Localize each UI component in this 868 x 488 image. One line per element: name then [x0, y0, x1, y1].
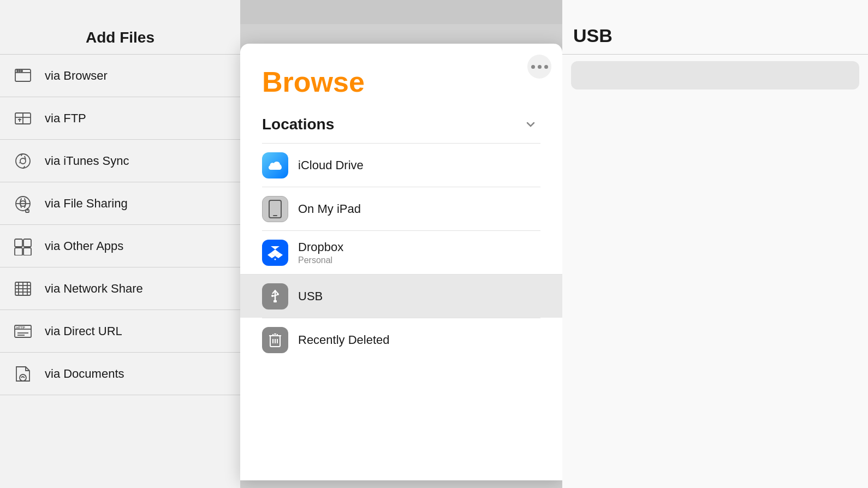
icloud-icon	[262, 152, 288, 178]
locations-chevron-button[interactable]	[521, 115, 540, 134]
browse-more-button[interactable]	[527, 55, 551, 79]
menu-item-itunes-label: via iTunes Sync	[45, 154, 129, 168]
documents-icon	[11, 362, 35, 386]
menu-item-otherapps-label: via Other Apps	[45, 239, 123, 253]
itunes-icon: ♩	[11, 149, 35, 173]
browse-modal-content: Browse Locations iCloud Drive	[240, 44, 562, 480]
menu-item-networkshare-label: via Network Share	[45, 282, 143, 296]
browser-icon	[11, 64, 35, 88]
right-panel-title: USB	[573, 25, 613, 46]
svg-point-41	[275, 258, 276, 260]
right-panel-header: USB	[562, 0, 868, 55]
svg-point-2	[17, 70, 18, 71]
svg-text:♩: ♩	[19, 158, 21, 164]
menu-item-filesharing[interactable]: via File Sharing	[0, 182, 240, 225]
menu-item-networkshare[interactable]: via Network Share	[0, 267, 240, 310]
usb-icon	[262, 283, 288, 310]
dropbox-sub: Personal	[298, 255, 540, 265]
menu-item-directurl-label: via Direct URL	[45, 324, 122, 338]
svg-point-10	[16, 154, 30, 168]
menu-item-itunes[interactable]: ♩ via iTunes Sync	[0, 140, 240, 182]
deleted-icon	[262, 327, 288, 353]
svg-point-46	[277, 293, 279, 295]
add-files-title: Add Files	[11, 29, 229, 46]
ipad-name: On My iPad	[298, 202, 540, 216]
location-item-icloud[interactable]: iCloud Drive	[262, 143, 540, 187]
menu-item-directurl[interactable]: HTTP via Direct URL	[0, 310, 240, 353]
dropbox-name: Dropbox	[298, 240, 540, 254]
locations-title: Locations	[262, 116, 334, 133]
right-panel-search-bar[interactable]	[571, 61, 859, 90]
usb-info: USB	[298, 289, 540, 303]
location-item-usb[interactable]: USB	[240, 274, 562, 318]
svg-point-3	[19, 70, 20, 71]
svg-point-4	[21, 70, 22, 71]
left-panel-header: Add Files	[0, 0, 240, 55]
icloud-info: iCloud Drive	[298, 158, 540, 172]
locations-header: Locations	[262, 115, 540, 143]
location-item-ipad[interactable]: On My iPad	[262, 187, 540, 230]
menu-item-documents-label: via Documents	[45, 367, 124, 381]
menu-item-otherapps[interactable]: via Other Apps	[0, 225, 240, 267]
menu-item-browser[interactable]: via Browser	[0, 55, 240, 97]
browse-modal: Browse Locations iCloud Drive	[240, 44, 562, 480]
directurl-icon: HTTP	[11, 319, 35, 343]
usb-name: USB	[298, 289, 540, 303]
svg-rect-21	[15, 248, 22, 255]
networkshare-icon	[11, 277, 35, 301]
menu-item-documents[interactable]: via Documents	[0, 353, 240, 395]
svg-point-35	[20, 374, 26, 381]
browse-title: Browse	[262, 66, 540, 98]
menu-item-ftp-label: via FTP	[45, 111, 86, 126]
three-dots-icon	[531, 65, 548, 69]
svg-rect-20	[23, 239, 31, 247]
location-item-dropbox[interactable]: Dropbox Personal	[262, 230, 540, 274]
icloud-name: iCloud Drive	[298, 158, 540, 172]
svg-rect-18	[26, 210, 29, 212]
svg-rect-47	[274, 300, 277, 302]
menu-item-ftp[interactable]: via FTP	[0, 97, 240, 140]
svg-rect-19	[15, 239, 22, 247]
svg-text:HTTP: HTTP	[16, 326, 25, 329]
menu-item-browser-label: via Browser	[45, 69, 108, 83]
filesharing-icon	[11, 192, 35, 216]
deleted-name: Recently Deleted	[298, 333, 540, 347]
right-panel: USB	[562, 0, 868, 488]
otherapps-icon	[11, 234, 35, 258]
dropbox-info: Dropbox Personal	[298, 240, 540, 265]
svg-point-45	[271, 295, 274, 297]
svg-rect-22	[23, 248, 31, 255]
location-item-deleted[interactable]: Recently Deleted	[262, 318, 540, 361]
ipad-info: On My iPad	[298, 202, 540, 216]
dropbox-icon	[262, 240, 288, 266]
left-panel: Add Files via Browser via FTP	[0, 0, 240, 488]
deleted-info: Recently Deleted	[298, 333, 540, 347]
ftp-icon	[11, 106, 35, 130]
ipad-icon	[262, 196, 288, 222]
menu-item-filesharing-label: via File Sharing	[45, 197, 128, 211]
